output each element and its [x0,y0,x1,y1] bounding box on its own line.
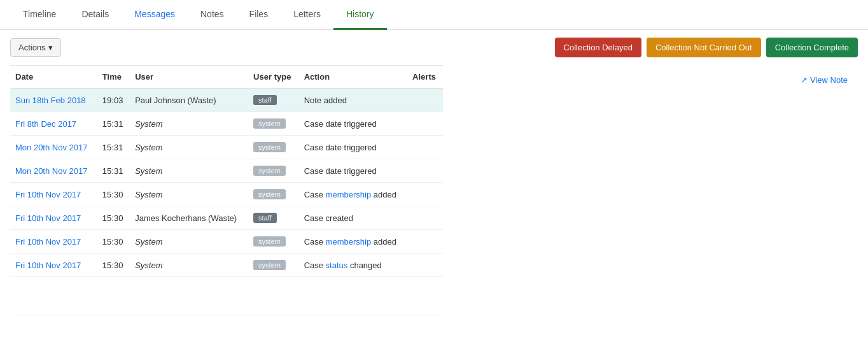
row-time: 15:30 [97,206,130,230]
row-alerts [407,136,443,159]
row-alerts [407,112,443,136]
toolbar-right: Collection Delayed Collection Not Carrie… [555,38,858,57]
nav-tabs: Timeline Details Messages Notes Files Le… [0,0,868,30]
toolbar: Actions ▾ Collection Delayed Collection … [0,30,868,65]
toolbar-left: Actions ▾ [10,38,61,57]
view-note-link[interactable]: ↗ View Note [801,75,848,85]
collection-delayed-button[interactable]: Collection Delayed [555,38,641,57]
table-row: Fri 10th Nov 201715:30SystemsystemCase m… [10,183,443,206]
row-user-type: system [248,230,299,254]
col-action: Action [299,66,407,89]
row-user: System [130,254,248,277]
collection-complete-button[interactable]: Collection Complete [766,38,858,57]
row-action: Note added [299,89,407,112]
row-time: 15:31 [97,136,130,159]
tab-notes[interactable]: Notes [188,0,237,30]
tab-details[interactable]: Details [69,0,122,30]
row-alerts [407,230,443,254]
row-date-link[interactable]: Fri 10th Nov 2017 [15,190,81,199]
main-content: Date Time User User type Action Alerts S… [0,65,868,315]
user-type-badge: system [253,118,286,129]
row-date-link[interactable]: Mon 20th Nov 2017 [15,166,87,176]
row-time: 15:30 [97,183,130,206]
row-action: Case date triggered [299,136,407,159]
table-row: Fri 10th Nov 201715:30SystemsystemCase s… [10,254,443,277]
collection-not-carried-button[interactable]: Collection Not Carried Out [647,38,761,57]
row-alerts [407,159,443,183]
row-user: System [130,230,248,254]
row-time: 15:30 [97,230,130,254]
row-user: System [130,183,248,206]
row-user-type: system [248,183,299,206]
row-user: System [130,112,248,136]
col-alerts: Alerts [407,66,443,89]
table-row: Fri 10th Nov 201715:30SystemsystemCase m… [10,230,443,254]
user-type-badge: system [253,166,286,176]
row-user-type: system [248,254,299,277]
row-date-link[interactable]: Fri 10th Nov 2017 [15,261,81,270]
row-user: System [130,159,248,183]
col-user-type: User type [248,66,299,89]
table-row: Fri 8th Dec 201715:31SystemsystemCase da… [10,112,443,136]
actions-label: Actions [18,43,46,52]
row-action: Case date triggered [299,112,407,136]
external-link-icon: ↗ [801,75,808,85]
action-link[interactable]: membership [326,190,372,199]
user-type-badge: staff [253,95,277,105]
tab-messages[interactable]: Messages [122,0,188,30]
col-user: User [130,66,248,89]
tab-files[interactable]: Files [237,0,281,30]
history-table: Date Time User User type Action Alerts S… [10,65,443,315]
row-user-type: staff [248,89,299,112]
row-action: Case membership added [299,183,407,206]
row-date-link[interactable]: Fri 8th Dec 2017 [15,119,76,129]
row-user: System [130,136,248,159]
row-user-type: system [248,136,299,159]
table-row: Sun 18th Feb 201819:03Paul Johnson (Wast… [10,89,443,112]
row-alerts [407,206,443,230]
user-type-badge: system [253,142,286,152]
row-action: Case created [299,206,407,230]
row-date-link[interactable]: Sun 18th Feb 2018 [15,96,86,105]
row-time: 15:31 [97,112,130,136]
row-action: Case status changed [299,254,407,277]
table-row: Mon 20th Nov 201715:31SystemsystemCase d… [10,159,443,183]
row-time: 15:30 [97,254,130,277]
actions-caret-icon: ▾ [48,43,53,52]
row-user-type: system [248,159,299,183]
row-alerts [407,254,443,277]
row-alerts [407,89,443,112]
tab-history[interactable]: History [333,0,387,30]
row-time: 15:31 [97,159,130,183]
left-panel: Date Time User User type Action Alerts S… [0,65,453,315]
row-user-type: staff [248,206,299,230]
row-user: James Kocherhans (Waste) [130,206,248,230]
view-note-area: ↗ View Note [463,70,858,90]
table-header-row: Date Time User User type Action Alerts [10,66,443,89]
right-panel: ↗ View Note [453,65,868,315]
row-action: Case date triggered [299,159,407,183]
row-date-link[interactable]: Fri 10th Nov 2017 [15,213,81,223]
user-type-badge: staff [253,213,277,223]
tab-letters[interactable]: Letters [281,0,333,30]
empty-row [10,277,443,315]
row-date-link[interactable]: Fri 10th Nov 2017 [15,237,81,247]
table-row: Mon 20th Nov 201715:31SystemsystemCase d… [10,136,443,159]
actions-button[interactable]: Actions ▾ [10,38,61,57]
view-note-label: View Note [810,75,848,85]
action-link[interactable]: status [326,261,348,270]
action-link[interactable]: membership [326,237,372,247]
row-user: Paul Johnson (Waste) [130,89,248,112]
user-type-badge: system [253,260,286,270]
row-date-link[interactable]: Mon 20th Nov 2017 [15,143,87,152]
user-type-badge: system [253,236,286,247]
row-action: Case membership added [299,230,407,254]
row-alerts [407,183,443,206]
col-date: Date [10,66,97,89]
tab-timeline[interactable]: Timeline [10,0,69,30]
table-container: Date Time User User type Action Alerts S… [0,65,453,315]
col-time: Time [97,66,130,89]
user-type-badge: system [253,189,286,199]
table-row: Fri 10th Nov 201715:30James Kocherhans (… [10,206,443,230]
row-time: 19:03 [97,89,130,112]
